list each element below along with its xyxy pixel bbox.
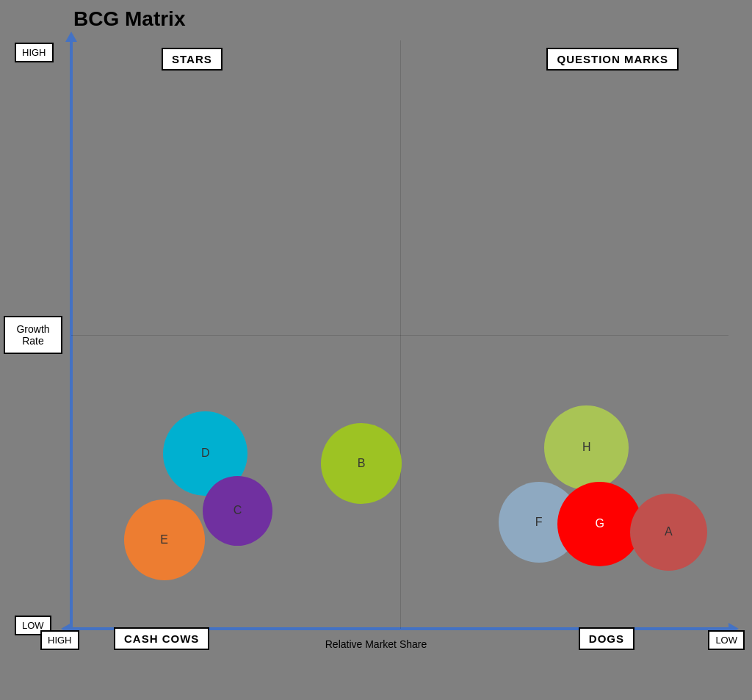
cash-cows-quadrant-label: CASH COWS [114,627,209,650]
x-low-label: LOW [708,630,745,650]
bubble-h: H [544,405,629,490]
chart-title: BCG Matrix [73,7,185,31]
growth-rate-label: Growth Rate [4,316,62,354]
dogs-quadrant-label: DOGS [579,627,634,650]
bubble-g: G [557,482,642,566]
bubble-e: E [124,499,205,580]
bubble-a: A [630,494,707,571]
y-high-label: HIGH [15,43,54,62]
plot-area: D C E B H F G A [71,40,728,629]
horizontal-divider [71,335,728,336]
x-high-label: HIGH [40,630,79,650]
relative-market-share-label: Relative Market Share [325,638,427,650]
bubble-c: C [203,476,272,546]
bubble-b: B [321,423,402,504]
